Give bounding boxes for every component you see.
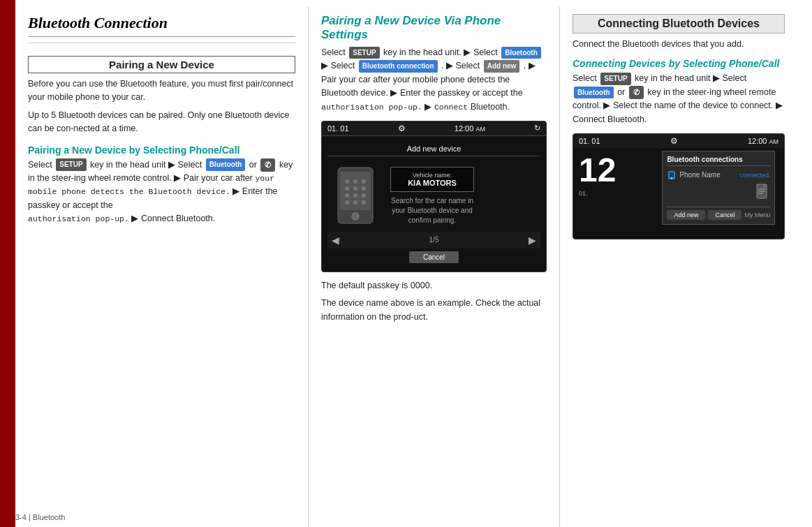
add-new-btn[interactable]: Add new [667, 210, 705, 220]
col2-arrow6: ▶ [425, 102, 431, 112]
svg-point-17 [671, 177, 672, 179]
col2-mono1: authorisation pop-up. [321, 103, 422, 112]
section2-body: Select SETUP key in the head unit ▶ Sele… [28, 158, 295, 226]
column-2: Pairing a New Device Via Phone Settings … [309, 7, 560, 527]
right-screen-body: 12 01. Bluetooth connections [573, 148, 784, 239]
col2-mono2: Connect [434, 103, 468, 112]
section1-body2: Up to 5 Bluetooth devices can be paired.… [28, 109, 295, 136]
big-clock-area: 12 01. [579, 151, 616, 197]
setup-badge-2: SETUP [349, 47, 379, 59]
my-menu-label: My Menu [744, 211, 770, 218]
col3-connect-body: Connect the Bluetooth devices that you a… [573, 38, 785, 51]
cancel-button-screen[interactable]: Cancel [409, 251, 459, 263]
screen-nav: ◀ 1/5 ▶ [327, 232, 540, 248]
select-label-2: Select [177, 160, 202, 170]
bt-badge-1: Bluetooth [206, 158, 246, 171]
right-date: 01. 01 [579, 137, 600, 145]
bt-phone-item: Phone Name connected. [667, 169, 770, 181]
col2-key: key in the head unit. [383, 47, 462, 57]
phone-call-badge-3: ✆ [629, 86, 644, 99]
col2-body: Select SETUP key in the head unit. ▶ Sel… [321, 46, 547, 114]
svg-point-9 [353, 193, 357, 198]
right-screen-header: 01. 01 ⚙ 12:00 AM [573, 134, 784, 148]
bt-badge-2: Bluetooth [501, 47, 541, 59]
big-clock: 12 [579, 154, 616, 187]
col3-connect-bt: Connect Bluetooth. [573, 114, 647, 124]
screen-body-2: Add new device [322, 136, 546, 272]
cancel-btn-bt[interactable]: Cancel [708, 210, 741, 220]
screen-refresh-icon: ↻ [534, 124, 540, 133]
bt-connected-label: connected. [739, 172, 770, 179]
file-icon-area [667, 181, 770, 202]
col3-select1: Select [573, 73, 597, 83]
col3-arrow2: ▶ [603, 101, 610, 110]
bt-badge-3: Bluetooth [574, 87, 614, 99]
main-content: Bluetooth Connection Pairing a New Devic… [15, 0, 812, 527]
col3-body: Select SETUP key in the head unit ▶ Sele… [573, 72, 785, 126]
select-label-1: Select [28, 160, 52, 170]
prev-arrow[interactable]: ◀ [332, 235, 339, 246]
main-title: Bluetooth Connection [28, 14, 295, 37]
section1-title: Pairing a New Device [28, 56, 295, 73]
screen-header-2: 01. 01 ⚙ 12:00 AM ↻ [322, 121, 546, 136]
device-note: The device name above is an example. Che… [321, 297, 547, 324]
section1-body1: Before you can use the Bluetooth feature… [28, 77, 295, 105]
arrow3-1: ▶ [232, 186, 239, 196]
phone-illustration [334, 166, 376, 225]
arrow1: ▶ [168, 160, 175, 170]
add-device-title: Add new device [327, 142, 540, 156]
next-arrow[interactable]: ▶ [529, 235, 536, 246]
pair-text-1: Pair your car after [184, 173, 253, 183]
footer: 3-4 | Bluetooth [15, 513, 65, 521]
svg-rect-16 [670, 172, 674, 177]
svg-point-8 [345, 193, 349, 198]
arrow2-1: ▶ [174, 173, 181, 183]
bt-phone-name: Phone Name [679, 171, 720, 179]
sidebar-bar [0, 0, 15, 527]
svg-point-10 [362, 193, 366, 198]
vehicle-name-box: Vehicle name: KIA MOTORS [390, 167, 474, 192]
col3-select2: Select [722, 73, 746, 83]
phone-icon-area: Vehicle name: KIA MOTORS Search for the … [327, 161, 540, 232]
svg-point-11 [345, 200, 349, 205]
col3-title: Connecting Bluetooth Devices [598, 17, 760, 29]
divider-1 [28, 43, 295, 43]
svg-point-7 [362, 186, 366, 191]
file-icon [756, 184, 770, 200]
svg-point-6 [353, 186, 357, 191]
right-time: 12:00 AM [748, 137, 778, 145]
col3-select-name: Select the name of the device to connect… [613, 101, 773, 110]
col3-or: or [617, 87, 625, 97]
footer-label: 3-4 | Bluetooth [15, 513, 65, 521]
vehicle-name-area: Vehicle name: KIA MOTORS Search for the … [390, 167, 474, 225]
col2-dot2: . [524, 61, 526, 70]
column-3: Connecting Bluetooth Devices Connect the… [560, 7, 797, 527]
arrow4-1: ▶ [131, 214, 138, 223]
bt-panel-title: Bluetooth connections [667, 156, 770, 166]
bt-phone-svg-icon [667, 170, 677, 180]
col2-enter-pass: Enter the passkey or accept the [400, 88, 523, 98]
col3-section-title: Connecting Devices by Selecting Phone/Ca… [573, 58, 785, 69]
screen-date-2: 01. 01 [327, 124, 349, 133]
passkey-note: The default passkey is 0000. [321, 279, 547, 292]
right-settings-icon: ⚙ [670, 136, 678, 146]
bt-panel-footer: Add new Cancel My Menu [667, 207, 770, 220]
col2-arrow5: ▶ [390, 88, 397, 98]
col2-bt2: Bluetooth. [471, 102, 510, 112]
svg-point-14 [352, 213, 359, 220]
setup-badge-1: SETUP [56, 158, 86, 171]
svg-point-13 [362, 200, 366, 205]
col2-select1: Select [321, 47, 346, 57]
or-label-1: or [249, 160, 257, 170]
phone-call-badge-1: ✆ [260, 158, 275, 172]
add-device-screenshot: 01. 01 ⚙ 12:00 AM ↻ Add new device [321, 121, 547, 272]
vehicle-name: KIA MOTORS [398, 179, 466, 187]
col2-arrow1: ▶ [464, 47, 471, 57]
svg-point-5 [345, 186, 349, 191]
addnew-badge: Add new [484, 60, 520, 73]
col2-arrow2: ▶ [321, 61, 328, 70]
col3-arrow1: ▶ [713, 73, 720, 83]
section2-title: Pairing a New Device by Selecting Phone/… [28, 144, 295, 156]
col3-key-head: key in the head unit [635, 73, 710, 83]
setup-badge-3: SETUP [600, 73, 630, 85]
